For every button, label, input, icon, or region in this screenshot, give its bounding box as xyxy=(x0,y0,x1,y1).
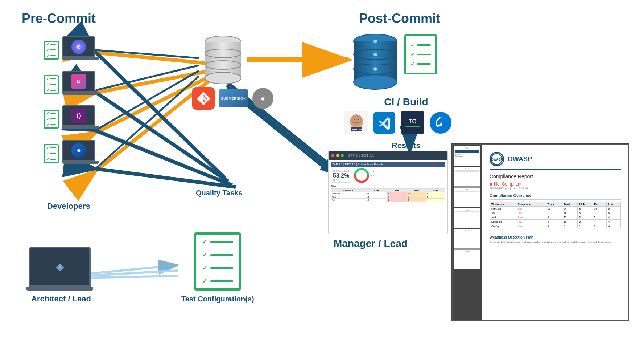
test-config-checklist: ✓ ✓ ✓ ✓ xyxy=(194,232,241,291)
teamcity-icon: TC xyxy=(401,111,424,134)
ci-build-label: CI / Build xyxy=(355,96,457,108)
manager-lead-label: Manager / Lead xyxy=(334,238,408,249)
laptop-1: ⊙ xyxy=(62,36,99,64)
laptop-4: ◈ xyxy=(62,140,99,167)
laptop-2: IJ xyxy=(62,71,99,98)
svg-text:1.3K: 1.3K xyxy=(370,171,374,173)
developer-item-2: ✓ ✓ ✓ IJ xyxy=(44,71,99,98)
owasp-report-document: Page 1 OWASPCompliance Page 2 Page 3 Pag… xyxy=(451,143,629,321)
svg-line-18 xyxy=(83,265,178,274)
test-config-label: Test Configuration(s) xyxy=(181,295,254,303)
svg-point-37 xyxy=(373,53,377,56)
jenkins-icon: JENKINS xyxy=(344,111,368,134)
report-subtitle: Compliance Report xyxy=(490,174,621,179)
results-label: Results xyxy=(392,141,420,150)
svg-line-7 xyxy=(96,53,210,64)
post-commit-database xyxy=(352,33,399,92)
developers-column: ✓ ✓ ✓ ⊙ ✓ ✓ ✓ IJ ✓ ✓ xyxy=(44,36,99,167)
report-title: OWASP xyxy=(508,155,532,163)
svg-line-16 xyxy=(96,71,199,130)
checklist-icon-3: ✓ ✓ ✓ xyxy=(44,110,59,129)
post-commit-title: Post-Commit xyxy=(359,11,440,26)
svg-line-19 xyxy=(83,271,178,276)
svg-point-36 xyxy=(373,40,377,43)
checklist-icon-4: ✓ ✓ ✓ xyxy=(44,144,59,163)
weakness-section-header: Weakness Detection Plan xyxy=(490,233,621,239)
developer-item-3: ✓ ✓ ✓ ⟨⟩ xyxy=(44,105,99,133)
svg-point-30 xyxy=(205,72,241,84)
svg-text:JENKINS: JENKINS xyxy=(351,128,362,131)
developer-item-1: ✓ ✓ ✓ ⊙ xyxy=(44,36,99,64)
compliance-overview-header: Compliance Overview xyxy=(490,194,621,200)
central-database xyxy=(203,34,243,85)
svg-point-43 xyxy=(354,119,354,119)
report-thumbnail-sidebar: Page 1 OWASPCompliance Page 2 Page 3 Pag… xyxy=(453,145,482,320)
git-icon xyxy=(192,87,215,110)
svg-point-35 xyxy=(354,75,397,89)
svn-icon: SUBVERSION xyxy=(219,89,248,107)
laptop-3: ⟨⟩ xyxy=(62,105,99,133)
svg-text:Develop: Develop xyxy=(370,174,374,176)
checklist-icon-1: ✓ ✓ ✓ xyxy=(44,41,59,60)
checklist-icon-2: ✓ ✓ ✓ xyxy=(44,75,59,94)
architect-lead-label: Architect / Lead xyxy=(29,294,93,304)
developer-item-4: ✓ ✓ ✓ ◈ xyxy=(44,140,99,167)
developers-label: Developers xyxy=(47,202,90,211)
svg-line-24 xyxy=(96,131,232,185)
svg-point-44 xyxy=(358,119,359,119)
svg-line-17 xyxy=(96,76,199,168)
azure-devops-icon xyxy=(430,112,451,134)
svg-point-38 xyxy=(373,67,377,71)
svg-line-14 xyxy=(96,50,199,58)
ci-tools-row: JENKINS TC xyxy=(344,111,451,134)
vcs-icons: SUBVERSION ● xyxy=(192,87,273,110)
dashboard-screenshot: ZAP 2.1 .NET 3.1 ZAP 2.1 | NET 3.1 | Act… xyxy=(328,151,448,234)
svg-text:OWASP: OWASP xyxy=(491,158,503,161)
report-main-content: OWASP OWASP Compliance Report Not Compli… xyxy=(482,145,628,320)
post-commit-checklist: ✓ ✓ ✓ xyxy=(404,34,437,74)
architect-section: ◈ Architect / Lead xyxy=(29,247,93,304)
vscode-icon xyxy=(373,112,395,134)
svg-line-25 xyxy=(96,169,236,187)
perforce-icon: ● xyxy=(252,88,273,109)
owasp-logo: OWASP xyxy=(490,152,504,166)
svg-point-40 xyxy=(351,115,362,125)
not-compliant-badge: Not Compliant xyxy=(490,182,621,187)
compliance-table: WeaknessComplianceTestsTotalHighMedLow I… xyxy=(490,202,621,228)
svg-line-20 xyxy=(83,276,178,278)
svg-line-15 xyxy=(96,65,199,90)
test-config-section: ✓ ✓ ✓ ✓ Test Configuration(s) xyxy=(181,232,254,303)
quality-tasks-label: Quality Tasks xyxy=(196,189,243,197)
pre-commit-title: Pre-Commit xyxy=(22,11,96,26)
report-page-info: 2018-01-28.pdf | page 1 of 10 xyxy=(490,187,621,190)
